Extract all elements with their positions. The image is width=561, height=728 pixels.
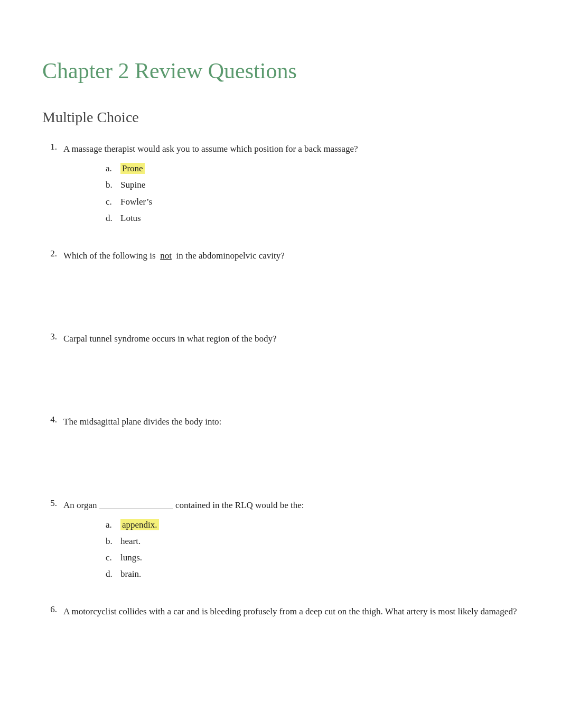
question-text-6: A motorcyclist collides with a car and i…: [63, 604, 519, 619]
answer-item-5d: d. brain.: [106, 567, 519, 581]
question-content-3: Carpal tunnel syndrome occurs in what re…: [63, 331, 519, 393]
answer-item-1d: d. Lotus: [106, 211, 519, 225]
answer-item-1c: c. Fowler’s: [106, 195, 519, 209]
question-content-4: The midsagittal plane divides the body i…: [63, 414, 519, 476]
question-item-1: 1. A massage therapist would ask you to …: [42, 142, 519, 227]
question-content-6: A motorcyclist collides with a car and i…: [63, 604, 519, 624]
answer-letter-5d: d.: [106, 567, 115, 581]
question-number-4: 4.: [42, 414, 57, 476]
answer-letter-1d: d.: [106, 211, 115, 225]
question-number-3: 3.: [42, 331, 57, 393]
question-text-2: Which of the following is not in the abd…: [63, 248, 519, 263]
answer-text-1a: Prone: [120, 161, 145, 176]
question-text-5: An organ contained in the RLQ would be t…: [63, 498, 519, 512]
answer-letter-1a: a.: [106, 161, 115, 176]
question-spacer-3: [63, 351, 519, 393]
question-text-1: A massage therapist would ask you to ass…: [63, 142, 519, 156]
question-item-5: 5. An organ contained in the RLQ would b…: [42, 498, 519, 584]
question-number-1: 1.: [42, 142, 57, 227]
question-text-3: Carpal tunnel syndrome occurs in what re…: [63, 331, 519, 346]
question-content-2: Which of the following is not in the abd…: [63, 248, 519, 310]
answer-text-5b: heart.: [120, 534, 141, 548]
answer-text-1d: Lotus: [120, 211, 141, 225]
answer-letter-1b: b.: [106, 178, 115, 192]
page-title: Chapter 2 Review Questions: [42, 58, 519, 84]
answer-text-5d: brain.: [120, 567, 141, 581]
answer-text-5c: lungs.: [120, 550, 142, 565]
question-spacer-2: [63, 268, 519, 310]
answer-text-5a: appendix.: [120, 518, 159, 532]
question-item-6: 6. A motorcyclist collides with a car an…: [42, 604, 519, 624]
question-number-6: 6.: [42, 604, 57, 624]
question-item-3: 3. Carpal tunnel syndrome occurs in what…: [42, 331, 519, 393]
questions-list: 1. A massage therapist would ask you to …: [42, 142, 519, 624]
answer-letter-5c: c.: [106, 550, 115, 565]
section-title: Multiple Choice: [42, 109, 519, 126]
answer-item-5c: c. lungs.: [106, 550, 519, 565]
answer-letter-5b: b.: [106, 534, 115, 548]
answers-list-5: a. appendix. b. heart. c. lungs. d. brai…: [106, 518, 519, 582]
question-text-4: The midsagittal plane divides the body i…: [63, 414, 519, 429]
answer-item-1a: a. Prone: [106, 161, 519, 176]
answer-text-1c: Fowler’s: [120, 195, 152, 209]
answer-letter-5a: a.: [106, 518, 115, 532]
answer-item-1b: b. Supine: [106, 178, 519, 192]
question-content-1: A massage therapist would ask you to ass…: [63, 142, 519, 227]
question-number-5: 5.: [42, 498, 57, 584]
question-item-2: 2. Which of the following is not in the …: [42, 248, 519, 310]
question-spacer-4: [63, 435, 519, 477]
question-content-5: An organ contained in the RLQ would be t…: [63, 498, 519, 584]
answer-item-5b: b. heart.: [106, 534, 519, 548]
answer-item-5a: a. appendix.: [106, 518, 519, 532]
answer-text-1b: Supine: [120, 178, 145, 192]
answers-list-1: a. Prone b. Supine c. Fowler’s d. Lotus: [106, 161, 519, 225]
question-number-2: 2.: [42, 248, 57, 310]
answer-letter-1c: c.: [106, 195, 115, 209]
question-item-4: 4. The midsagittal plane divides the bod…: [42, 414, 519, 476]
